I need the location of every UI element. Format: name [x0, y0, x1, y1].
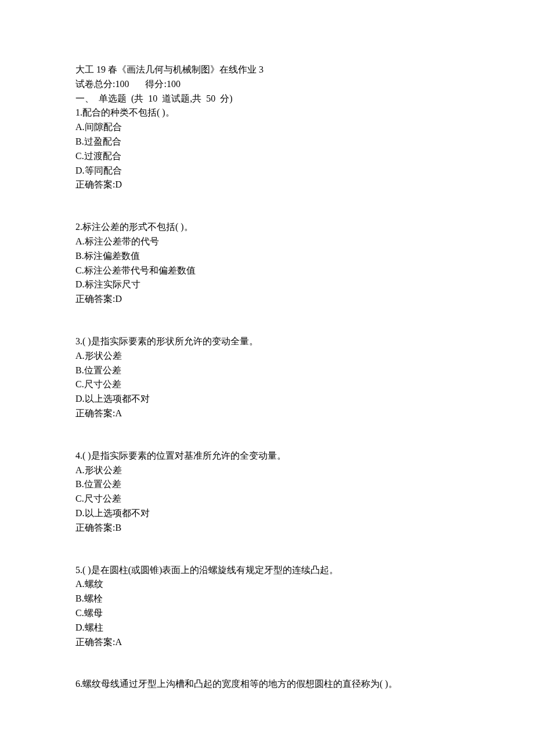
section-heading: 一、 单选题 (共 10 道试题,共 50 分)	[75, 92, 459, 106]
answer-line: 正确答案:A	[75, 635, 459, 650]
option-a: A.标注公差带的代号	[75, 235, 459, 249]
option-c: C.标注公差带代号和偏差数值	[75, 264, 459, 278]
answer-line: 正确答案:D	[75, 292, 459, 307]
question-stem: 1.配合的种类不包括( )。	[75, 106, 459, 120]
option-d: D.以上选项都不对	[75, 392, 459, 406]
option-d: D.以上选项都不对	[75, 506, 459, 521]
question-stem: 2.标注公差的形式不包括( )。	[75, 220, 459, 235]
score-line: 试卷总分:100 得分:100	[75, 77, 459, 92]
option-d: D.等同配合	[75, 164, 459, 178]
question-2: 2.标注公差的形式不包括( )。 A.标注公差带的代号 B.标注偏差数值 C.标…	[75, 220, 459, 307]
option-b: B.螺栓	[75, 592, 459, 606]
option-b: B.标注偏差数值	[75, 249, 459, 264]
option-d: D.标注实际尺寸	[75, 278, 459, 292]
question-stem: 3.( )是指实际要素的形状所允许的变动全量。	[75, 334, 459, 349]
option-c: C.尺寸公差	[75, 492, 459, 506]
option-b: B.位置公差	[75, 363, 459, 378]
answer-line: 正确答案:A	[75, 406, 459, 421]
option-d: D.螺柱	[75, 621, 459, 635]
option-b: B.过盈配合	[75, 135, 459, 149]
option-a: A.螺纹	[75, 577, 459, 592]
document-page: 大工 19 春《画法几何与机械制图》在线作业 3 试卷总分:100 得分:100…	[0, 0, 534, 756]
answer-line: 正确答案:B	[75, 521, 459, 535]
option-c: C.尺寸公差	[75, 377, 459, 392]
option-a: A.形状公差	[75, 463, 459, 478]
question-stem: 5.( )是在圆柱(或圆锥)表面上的沿螺旋线有规定牙型的连续凸起。	[75, 563, 459, 578]
document-header: 大工 19 春《画法几何与机械制图》在线作业 3 试卷总分:100 得分:100…	[75, 63, 459, 192]
option-c: C.过渡配合	[75, 149, 459, 164]
option-b: B.位置公差	[75, 477, 459, 492]
option-a: A.间隙配合	[75, 120, 459, 135]
question-5: 5.( )是在圆柱(或圆锥)表面上的沿螺旋线有规定牙型的连续凸起。 A.螺纹 B…	[75, 563, 459, 650]
option-a: A.形状公差	[75, 349, 459, 363]
question-stem: 6.螺纹母线通过牙型上沟槽和凸起的宽度相等的地方的假想圆柱的直径称为( )。	[75, 677, 459, 692]
answer-line: 正确答案:D	[75, 178, 459, 192]
course-title: 大工 19 春《画法几何与机械制图》在线作业 3	[75, 63, 459, 77]
question-6: 6.螺纹母线通过牙型上沟槽和凸起的宽度相等的地方的假想圆柱的直径称为( )。	[75, 677, 459, 692]
question-4: 4.( )是指实际要素的位置对基准所允许的全变动量。 A.形状公差 B.位置公差…	[75, 449, 459, 535]
option-c: C.螺母	[75, 606, 459, 621]
question-3: 3.( )是指实际要素的形状所允许的变动全量。 A.形状公差 B.位置公差 C.…	[75, 334, 459, 421]
question-1: 1.配合的种类不包括( )。 A.间隙配合 B.过盈配合 C.过渡配合 D.等同…	[75, 106, 459, 192]
question-stem: 4.( )是指实际要素的位置对基准所允许的全变动量。	[75, 449, 459, 463]
